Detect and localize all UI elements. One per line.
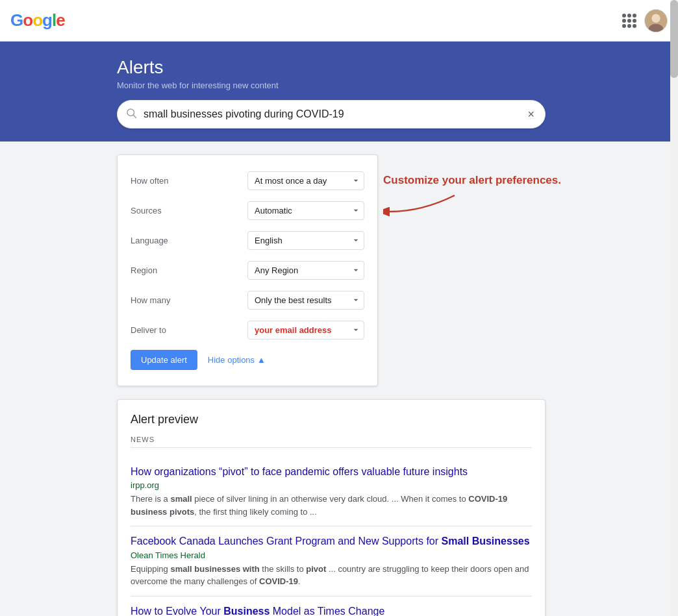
hide-options-link[interactable]: Hide options ▲ bbox=[208, 355, 266, 365]
language-select[interactable]: Any Language English Spanish French bbox=[247, 231, 364, 250]
main-content: How often As-it-happens At most once a d… bbox=[0, 142, 678, 616]
search-bar: × bbox=[117, 100, 546, 129]
news-source: Olean Times Herald bbox=[131, 550, 532, 560]
page-subtitle: Monitor the web for interesting new cont… bbox=[117, 80, 678, 90]
deliver-to-label: Deliver to bbox=[131, 325, 247, 335]
header: Google bbox=[0, 0, 678, 42]
header-right bbox=[622, 9, 668, 32]
customize-text: Customize your alert preferences. bbox=[383, 174, 561, 187]
news-link[interactable]: How to Evolve Your Business Model as Tim… bbox=[131, 604, 532, 616]
preview-card: Alert preview NEWS How organizations “pi… bbox=[117, 399, 546, 616]
sources-row: Sources Automatic News Blogs Web Video B… bbox=[118, 195, 377, 225]
update-alert-button[interactable]: Update alert bbox=[131, 350, 197, 370]
avatar-image bbox=[645, 9, 667, 32]
region-select[interactable]: Any Region United States Canada United K… bbox=[247, 261, 364, 280]
hide-options-icon: ▲ bbox=[257, 355, 266, 365]
annotation-arrow bbox=[383, 192, 461, 231]
news-source: irpp.org bbox=[131, 480, 532, 490]
scrollbar-track[interactable] bbox=[670, 0, 678, 616]
svg-point-1 bbox=[651, 14, 660, 22]
preview-title: Alert preview bbox=[131, 413, 532, 426]
how-often-label: How often bbox=[131, 176, 247, 186]
news-snippet: There is a small piece of silver lining … bbox=[131, 493, 532, 518]
settings-area: How often As-it-happens At most once a d… bbox=[117, 154, 561, 399]
how-many-row: How many Only the best results All resul… bbox=[118, 285, 377, 315]
sources-select[interactable]: Automatic News Blogs Web Video Books Dis… bbox=[247, 201, 364, 220]
blue-banner: Alerts Monitor the web for interesting n… bbox=[0, 42, 678, 100]
search-bar-wrapper: × bbox=[0, 100, 678, 142]
header-left: Google bbox=[10, 10, 65, 31]
news-snippet: Equipping small businesses with the skil… bbox=[131, 563, 532, 588]
how-often-row: How often As-it-happens At most once a d… bbox=[118, 166, 377, 195]
google-logo[interactable]: Google bbox=[10, 10, 65, 31]
how-many-select[interactable]: Only the best results All results bbox=[247, 291, 364, 310]
clear-search-button[interactable]: × bbox=[525, 105, 537, 124]
search-icon bbox=[125, 107, 137, 121]
settings-card: How often As-it-happens At most once a d… bbox=[117, 154, 378, 386]
buttons-row: Update alert Hide options ▲ bbox=[118, 345, 377, 375]
how-often-select[interactable]: As-it-happens At most once a day At most… bbox=[247, 171, 364, 190]
region-row: Region Any Region United States Canada U… bbox=[118, 255, 377, 285]
news-item: Facebook Canada Launches Grant Program a… bbox=[131, 526, 532, 596]
language-label: Language bbox=[131, 236, 247, 245]
apps-icon[interactable] bbox=[622, 14, 636, 28]
svg-line-4 bbox=[133, 115, 136, 117]
deliver-to-select[interactable]: your email address bbox=[247, 321, 364, 339]
region-label: Region bbox=[131, 265, 247, 275]
news-link[interactable]: Facebook Canada Launches Grant Program a… bbox=[131, 534, 532, 548]
language-row: Language Any Language English Spanish Fr… bbox=[118, 225, 377, 255]
annotation-area: Customize your alert preferences. bbox=[383, 174, 561, 234]
avatar[interactable] bbox=[644, 9, 668, 32]
sources-label: Sources bbox=[131, 206, 247, 216]
hide-options-label: Hide options bbox=[208, 355, 255, 365]
deliver-to-row: Deliver to your email address bbox=[118, 315, 377, 345]
how-many-label: How many bbox=[131, 295, 247, 305]
search-input[interactable] bbox=[144, 108, 525, 120]
news-item: How organizations “pivot” to face pandem… bbox=[131, 457, 532, 526]
page-title: Alerts bbox=[117, 57, 678, 78]
news-item: How to Evolve Your Business Model as Tim… bbox=[131, 597, 532, 616]
news-link[interactable]: How organizations “pivot” to face pandem… bbox=[131, 465, 532, 479]
news-label: NEWS bbox=[131, 436, 532, 448]
scrollbar-thumb[interactable] bbox=[670, 0, 678, 78]
